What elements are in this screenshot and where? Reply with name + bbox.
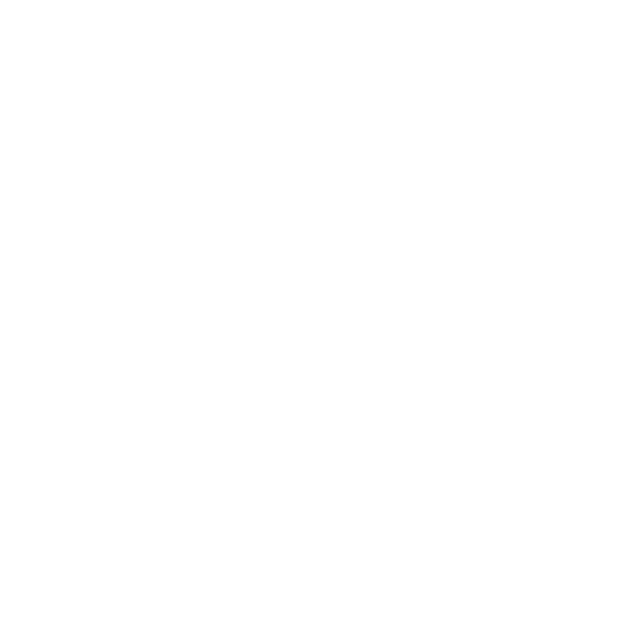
axes [0,0,644,644]
plot-background [0,0,644,644]
bottleneck-curve [0,0,644,644]
chart-stage [0,0,644,644]
